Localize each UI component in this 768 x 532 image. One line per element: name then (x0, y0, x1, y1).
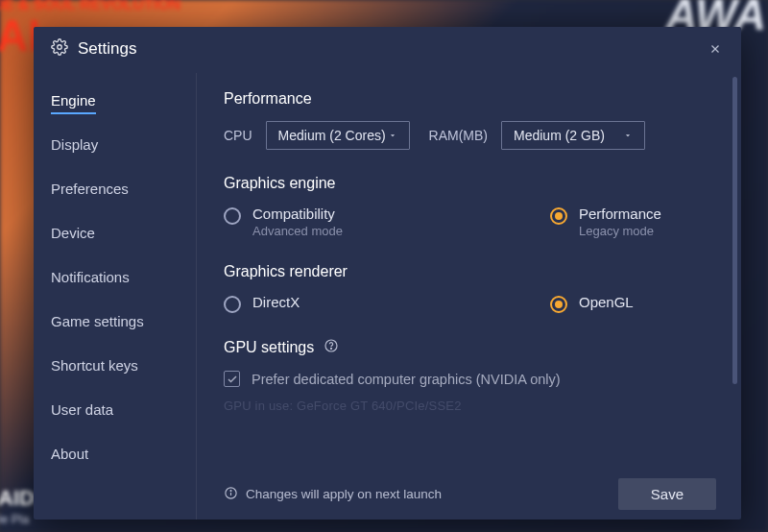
sidebar-item-label: Preferences (51, 181, 129, 197)
scrollbar-thumb[interactable] (732, 77, 737, 384)
modal-header: Settings (34, 27, 741, 73)
bg-text: le Pla (0, 512, 30, 526)
ram-dropdown-value: Medium (2 GB) (514, 128, 605, 143)
radio-sublabel: Advanced mode (252, 224, 343, 238)
sidebar-item-preferences[interactable]: Preferences (49, 171, 196, 206)
settings-sidebar: Engine Display Preferences Device Notifi… (34, 73, 197, 520)
section-title-graphics-renderer: Graphics renderer (224, 263, 716, 280)
ram-dropdown[interactable]: Medium (2 GB) (501, 121, 645, 150)
chevron-down-icon (388, 128, 397, 143)
radio-label: Compatibility (252, 206, 343, 222)
gpu-title-text: GPU settings (224, 339, 314, 356)
section-title-performance: Performance (224, 90, 716, 108)
section-title-gpu: GPU settings (224, 338, 716, 357)
modal-title: Settings (78, 39, 136, 59)
prefer-dedicated-gpu-checkbox[interactable]: Prefer dedicated computer graphics (NVID… (224, 371, 716, 387)
cpu-label: CPU (224, 128, 252, 143)
gpu-in-use-text: GPU in use: GeForce GT 640/PCIe/SSE2 (224, 399, 716, 413)
sidebar-item-device[interactable]: Device (49, 215, 196, 251)
close-button[interactable] (707, 40, 724, 58)
radio-label: Performance (579, 206, 661, 222)
sidebar-item-game-settings[interactable]: Game settings (49, 303, 196, 339)
radio-opengl[interactable]: OpenGL (550, 294, 741, 313)
sidebar-item-shortcut-keys[interactable]: Shortcut keys (49, 348, 196, 383)
radio-icon (550, 296, 567, 313)
radio-directx[interactable]: DirectX (224, 294, 416, 313)
radio-label: DirectX (252, 294, 300, 310)
footer-note: Changes will apply on next launch (224, 486, 442, 503)
sidebar-item-label: Shortcut keys (51, 357, 138, 374)
settings-modal: Settings Engine Display Preferences Devi… (34, 27, 741, 520)
sidebar-item-label: User data (51, 401, 113, 418)
sidebar-item-label: About (51, 446, 88, 462)
help-icon[interactable] (324, 338, 339, 357)
sidebar-item-user-data[interactable]: User data (49, 392, 196, 427)
sidebar-item-label: Game settings (51, 313, 144, 329)
ram-label: RAM(MB) (429, 128, 488, 143)
svg-point-0 (58, 45, 62, 50)
footer-note-text: Changes will apply on next launch (246, 487, 442, 501)
checkbox-label: Prefer dedicated computer graphics (NVID… (252, 372, 561, 387)
svg-point-7 (230, 490, 231, 491)
cpu-dropdown-value: Medium (2 Cores) (278, 128, 386, 143)
settings-pane: Performance CPU Medium (2 Cores) RAM(MB)… (197, 73, 741, 520)
sidebar-item-engine[interactable]: Engine (49, 83, 196, 118)
checkbox-icon (224, 371, 240, 387)
radio-icon (224, 296, 241, 313)
radio-icon (224, 207, 241, 225)
sidebar-item-about[interactable]: About (49, 436, 196, 472)
sidebar-item-notifications[interactable]: Notifications (49, 259, 196, 295)
sidebar-item-label: Engine (51, 92, 96, 114)
sidebar-item-display[interactable]: Display (49, 127, 196, 162)
radio-performance[interactable]: Performance Legacy mode (550, 206, 741, 238)
radio-compatibility[interactable]: Compatibility Advanced mode (224, 206, 416, 238)
save-button[interactable]: Save (618, 478, 716, 510)
sidebar-item-label: Notifications (51, 269, 130, 285)
info-icon (224, 486, 238, 503)
sidebar-item-label: Device (51, 225, 95, 241)
chevron-down-icon (623, 128, 633, 143)
radio-icon (550, 207, 567, 225)
gear-icon (51, 38, 68, 60)
radio-label: OpenGL (579, 294, 634, 310)
radio-sublabel: Legacy mode (579, 224, 661, 238)
sidebar-item-label: Display (51, 136, 98, 153)
section-title-graphics-engine: Graphics engine (224, 175, 716, 192)
svg-point-4 (331, 348, 332, 349)
cpu-dropdown[interactable]: Medium (2 Cores) (266, 121, 410, 150)
